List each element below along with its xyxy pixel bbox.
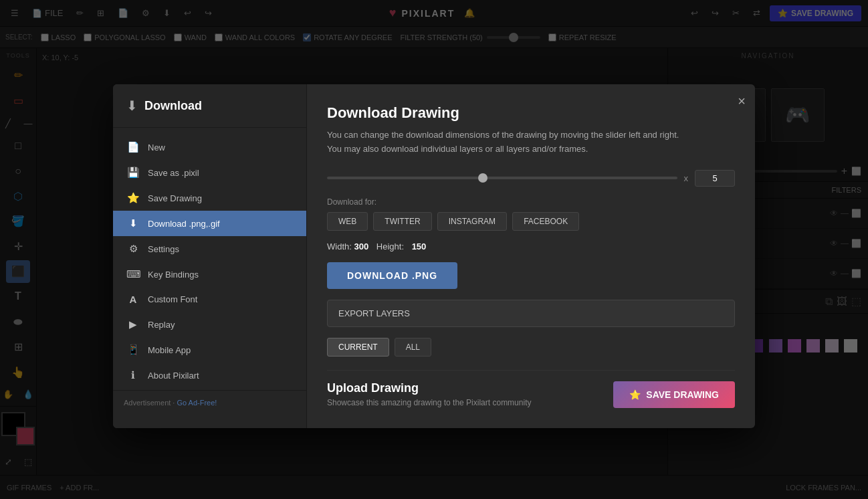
sidebar-item-save-drawing[interactable]: ⭐ Save Drawing [113,185,306,211]
layer-select-buttons: CURRENT ALL [327,338,735,357]
upload-title: Upload Drawing [327,381,531,395]
download-label: Download .png,.gif [148,219,220,229]
modal-content: Download Drawing You can change the down… [307,84,755,428]
dimensions-text: Width: 300 Height: 150 [327,241,735,252]
download-slider-row: x [327,170,735,187]
save-drawing-icon: ⭐ [126,192,140,204]
sidebar-item-download[interactable]: ⬇ Download .png,.gif [113,211,306,236]
height-value: 150 [412,241,427,252]
new-icon: 📄 [126,141,140,153]
sidebar-item-settings[interactable]: ⚙ Settings [113,236,306,262]
custom-font-icon: A [126,294,140,305]
platform-web-button[interactable]: WEB [327,212,368,231]
scale-slider[interactable] [327,177,677,179]
upload-text-group: Upload Drawing Showcase this amazing dra… [327,381,531,407]
scale-input[interactable] [695,170,735,187]
platform-instagram-button[interactable]: INSTAGRAM [437,212,507,231]
sidebar-item-key-bindings[interactable]: ⌨ Key Bindings [113,262,306,287]
save-pixil-label: Save as .pixil [148,168,199,178]
platform-twitter-button[interactable]: TWITTER [373,212,431,231]
modal-header-title: Download [144,99,202,113]
key-bindings-icon: ⌨ [126,268,140,280]
sidebar-item-custom-font[interactable]: A Custom Font [113,287,306,312]
x-label: x [684,173,689,183]
export-layers-header[interactable]: EXPORT LAYERS [327,300,735,327]
download-icon: ⬇ [126,217,140,229]
export-layers-section: EXPORT LAYERS [327,300,735,327]
modal-header: ⬇ Download [113,98,306,128]
modal-header-icon: ⬇ [126,98,138,114]
mobile-app-icon: 📱 [126,344,140,356]
width-value: 300 [354,241,368,252]
layer-all-button[interactable]: ALL [395,338,431,357]
content-title: Download Drawing [327,104,735,122]
go-ad-free-link[interactable]: Go Ad-Free! [177,399,217,407]
replay-icon: ▶ [126,318,140,330]
settings-icon: ⚙ [126,243,140,255]
save-pixil-icon: 💾 [126,167,140,179]
sidebar-item-new[interactable]: 📄 New [113,134,306,160]
about-label: About Pixilart [148,371,199,381]
key-bindings-label: Key Bindings [148,270,199,280]
content-description: You can change the download dimensions o… [327,128,735,157]
download-for-label: Download for: [327,197,735,207]
export-layers-label: EXPORT LAYERS [338,308,410,318]
save-modal-star-icon: ⭐ [629,389,641,400]
sidebar-item-save-as-pixil[interactable]: 💾 Save as .pixil [113,160,306,185]
custom-font-label: Custom Font [148,294,197,304]
save-drawing-modal-button[interactable]: ⭐ SAVE DRAWING [613,381,735,408]
save-drawing-label: Save Drawing [148,193,202,203]
replay-label: Replay [148,320,175,330]
modal: × ⬇ Download 📄 New 💾 Save as .pixil ⭐ Sa… [113,84,755,428]
modal-ad-area: Advertisement · Go Ad-Free! [113,390,306,415]
upload-section: Upload Drawing Showcase this amazing dra… [327,370,735,408]
save-modal-btn-label: SAVE DRAWING [646,389,719,400]
settings-label: Settings [148,244,179,254]
modal-overlay[interactable]: × ⬇ Download 📄 New 💾 Save as .pixil ⭐ Sa… [0,0,868,499]
modal-close-button[interactable]: × [738,94,746,109]
ad-text: Advertisement · [124,399,175,407]
sidebar-item-about-pixilart[interactable]: ℹ About Pixilart [113,363,306,388]
platform-buttons: WEB TWITTER INSTAGRAM FACEBOOK [327,212,735,231]
sidebar-item-replay[interactable]: ▶ Replay [113,312,306,337]
layer-current-button[interactable]: CURRENT [327,338,389,357]
mobile-app-label: Mobile App [148,345,191,355]
upload-desc: Showcase this amazing drawing to the Pix… [327,398,531,407]
sidebar-item-mobile-app[interactable]: 📱 Mobile App [113,337,306,363]
about-icon: ℹ [126,369,140,381]
new-label: New [148,142,165,153]
download-png-button[interactable]: DOWNLOAD .PNG [327,262,457,289]
platform-facebook-button[interactable]: FACEBOOK [512,212,579,231]
modal-sidebar: ⬇ Download 📄 New 💾 Save as .pixil ⭐ Save… [113,84,307,428]
